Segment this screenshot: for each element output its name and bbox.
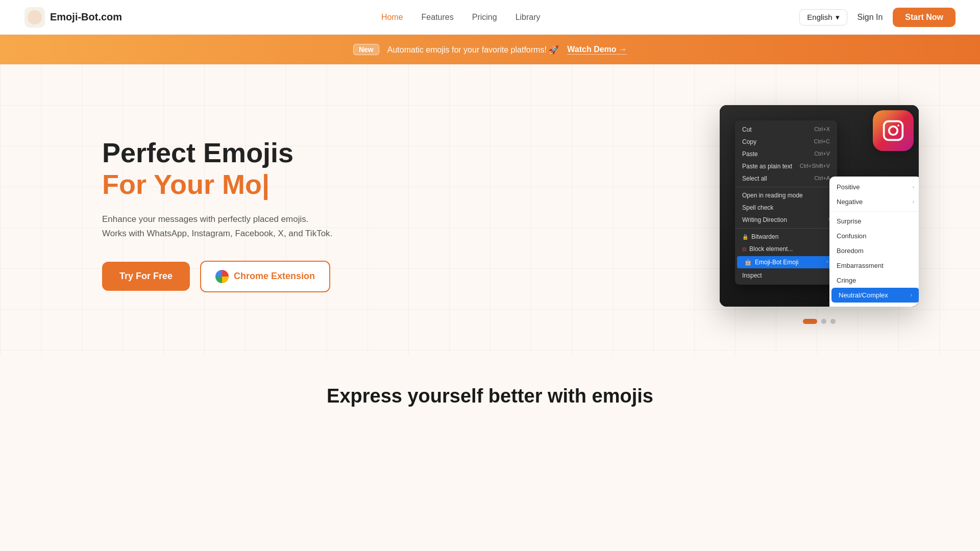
submenu-doubt: Doubt xyxy=(829,303,919,307)
chrome-icon xyxy=(215,270,229,283)
hero-section: Perfect Emojis For Your Mo| Enhance your… xyxy=(0,64,980,355)
ctx-copy: Copy Ctrl+C xyxy=(735,136,837,148)
nav-pricing[interactable]: Pricing xyxy=(472,13,497,22)
ctx-bitwarden: 🔒 Bitwarden xyxy=(735,231,837,243)
sign-in-link[interactable]: Sign In xyxy=(857,13,883,22)
ctx-paste-plain: Paste as plain text Ctrl+Shift+V xyxy=(735,160,837,172)
language-label: English xyxy=(807,13,832,21)
emoji-submenu: Positive › Negative › Surprise Confusion xyxy=(829,177,919,307)
logo[interactable]: 🤖 Emoji-Bot.com xyxy=(24,7,122,28)
svg-point-4 xyxy=(889,127,898,135)
announcement-banner: New Automatic emojis for your favorite p… xyxy=(0,35,980,64)
new-badge: New xyxy=(353,44,379,55)
nav-home[interactable]: Home xyxy=(381,13,403,22)
logo-text: Emoji-Bot.com xyxy=(50,11,122,23)
ctx-divider-2 xyxy=(735,228,837,229)
nav-links: Home Features Pricing Library xyxy=(381,13,541,22)
context-menu: Cut Ctrl+X Copy Ctrl+C Paste Ctrl+V Past… xyxy=(735,120,837,285)
logo-icon: 🤖 xyxy=(24,7,45,28)
hero-left: Perfect Emojis For Your Mo| Enhance your… xyxy=(102,137,332,292)
carousel-dot-2[interactable] xyxy=(821,319,826,324)
banner-text: Automatic emojis for your favorite platf… xyxy=(387,45,559,55)
ctx-block-element: ⊡ Block element... xyxy=(735,243,837,255)
navbar: 🤖 Emoji-Bot.com Home Features Pricing Li… xyxy=(0,0,980,35)
hero-right: Cut Ctrl+X Copy Ctrl+C Paste Ctrl+V Past… xyxy=(720,105,919,324)
submenu-positive: Positive › xyxy=(829,180,919,194)
submenu-embarrassment: Embarrassment xyxy=(829,258,919,273)
hero-title: Perfect Emojis For Your Mo| xyxy=(102,137,332,200)
hero-buttons: Try For Free Chrome Extension xyxy=(102,261,332,292)
screenshot-background: Cut Ctrl+X Copy Ctrl+C Paste Ctrl+V Past… xyxy=(720,105,919,307)
start-now-button[interactable]: Start Now xyxy=(893,8,955,27)
express-title: Express yourself better with emojis xyxy=(10,385,970,407)
submenu-boredom: Boredom xyxy=(829,243,919,258)
chrome-ext-label: Chrome Extension xyxy=(234,271,315,282)
ctx-writing-direction: Writing Direction › xyxy=(735,214,837,226)
submenu-cringe: Cringe xyxy=(829,273,919,288)
watch-demo-link[interactable]: Watch Demo → xyxy=(567,45,627,55)
ctx-inspect: Inspect xyxy=(735,269,837,282)
ctx-reading-mode: Open in reading mode xyxy=(735,189,837,202)
carousel-dots xyxy=(720,319,919,324)
try-free-button[interactable]: Try For Free xyxy=(102,262,190,291)
carousel-dot-3[interactable] xyxy=(830,319,836,324)
express-section: Express yourself better with emojis xyxy=(0,355,980,428)
instagram-logo-icon xyxy=(882,119,904,142)
hero-subtitle-line2: Works with WhatsApp, Instagram, Facebook… xyxy=(102,229,332,238)
ctx-emoji-bot: 🤖 Emoji-Bot Emoji › xyxy=(737,256,835,268)
svg-point-5 xyxy=(897,124,899,127)
chrome-extension-button[interactable]: Chrome Extension xyxy=(200,261,330,292)
hero-subtitle-line1: Enhance your messages with perfectly pla… xyxy=(102,214,308,224)
svg-rect-3 xyxy=(884,121,903,140)
submenu-negative: Negative › xyxy=(829,194,919,209)
ctx-spell-check: Spell check xyxy=(735,202,837,214)
hero-title-line1: Perfect Emojis xyxy=(102,137,293,168)
svg-point-1 xyxy=(28,10,42,24)
nav-features[interactable]: Features xyxy=(422,13,454,22)
nav-library[interactable]: Library xyxy=(516,13,541,22)
submenu-neutral: Neutral/Complex › xyxy=(831,288,919,303)
ctx-cut: Cut Ctrl+X xyxy=(735,123,837,136)
submenu-surprise: Surprise xyxy=(829,214,919,229)
language-selector[interactable]: English ▾ xyxy=(799,9,847,26)
carousel-dot-1[interactable] xyxy=(803,319,817,324)
hero-subtitle: Enhance your messages with perfectly pla… xyxy=(102,212,332,240)
hero-screenshot: Cut Ctrl+X Copy Ctrl+C Paste Ctrl+V Past… xyxy=(720,105,919,307)
hero-title-line2: For Your Mo| xyxy=(102,169,270,199)
ctx-paste: Paste Ctrl+V xyxy=(735,148,837,160)
ctx-select-all: Select all Ctrl+A xyxy=(735,172,837,185)
chevron-down-icon: ▾ xyxy=(836,13,840,22)
submenu-confusion: Confusion xyxy=(829,229,919,243)
instagram-icon xyxy=(873,110,914,151)
nav-right: English ▾ Sign In Start Now xyxy=(799,8,955,27)
ctx-divider-1 xyxy=(735,187,837,187)
